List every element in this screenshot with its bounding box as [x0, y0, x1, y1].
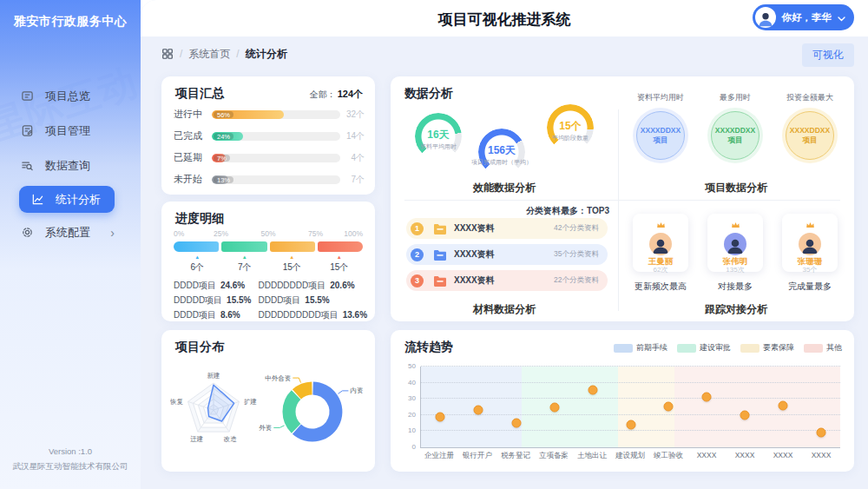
chevron-right-icon: ›	[110, 226, 125, 240]
circle-top-label: 资料平均用时	[628, 92, 694, 103]
summary-bar: 56%	[212, 110, 340, 119]
project-circle: 最多用时XXXXDDXX项目	[702, 92, 768, 160]
project-circles: 资料平均用时XXXXDDXX项目最多用时XXXXDDXX项目投资金额最大XXXX…	[623, 92, 847, 160]
progress-markers: ▲6个▲7个▲15个▲15个	[174, 254, 363, 274]
sidebar-item-3[interactable]: 统计分析	[19, 186, 115, 213]
manage-icon	[21, 124, 35, 138]
segment-count: 15个	[283, 261, 301, 274]
segment-count: 7个	[238, 261, 252, 274]
gauge-value: 16天	[402, 128, 475, 142]
summary-percent: 7%	[214, 155, 230, 162]
panel-project-summary: 项目汇总 全部：124个 进行中56%32个已完成24%14个已延期7%4个未开…	[161, 76, 375, 195]
company-text: 武汉星际互动智能技术有限公司	[0, 459, 141, 473]
person-label: 对接最多	[702, 281, 768, 293]
summary-percent: 13%	[214, 176, 233, 183]
sidebar-item-2[interactable]: 数据查询	[21, 151, 125, 181]
data-point	[664, 401, 674, 411]
progress-marker: ▲15个	[268, 254, 316, 274]
trend-legend: 前期手续建设审批要素保障其他	[614, 342, 842, 354]
ruler-tick: 50%	[260, 229, 275, 238]
sidebar-item-1[interactable]: 项目管理	[21, 116, 125, 146]
progress-ruler: 0%25%50%75%100%	[174, 229, 363, 239]
progress-segment	[270, 241, 315, 252]
panel-title: 进度明细	[175, 211, 224, 227]
progress-list-item: DDDD项目24.6%	[174, 278, 251, 293]
progress-list-item: DDDD项目8.6%	[174, 307, 251, 322]
top3-row[interactable]: 3XXXX资料22个分类资料	[406, 270, 608, 291]
breadcrumb-separator: /	[180, 48, 182, 60]
progress-list-item: DDDDDDDD项目20.6%	[258, 278, 367, 293]
progress-segment	[221, 241, 266, 252]
x-tick-label: XXXX	[687, 451, 726, 461]
data-point	[779, 400, 788, 410]
person-card: 张伟明135次对接最多	[702, 214, 768, 293]
progress-list-item: DDDDDDDDDD项目13.6%	[258, 307, 367, 322]
progress-segment	[174, 241, 219, 252]
gauge-label: 项目完成用时（平均）	[465, 158, 538, 167]
svg-text:外资: 外资	[259, 424, 272, 432]
phase-band	[674, 367, 840, 447]
data-point	[817, 428, 826, 438]
folder-icon	[433, 223, 447, 235]
caption-efficiency: 效能数据分析	[391, 181, 618, 195]
summary-row: 进行中56%32个	[174, 103, 365, 125]
svg-text:迁建: 迁建	[190, 435, 203, 443]
progress-segment	[318, 241, 363, 252]
summary-percent: 24%	[214, 133, 233, 140]
dashboard: 雅安市行政服务中心 星际互动 项目总览项目管理数据查询统计分析系统配置› Ver…	[0, 0, 868, 489]
breadcrumb-home[interactable]: 系统首页	[188, 47, 230, 62]
top3-label: 分类资料最多：TOP3	[391, 205, 609, 217]
x-tick-label: 企业注册	[420, 451, 458, 461]
rank-badge: 3	[411, 274, 424, 287]
top3-name: XXXX资料	[454, 248, 554, 261]
user-menu[interactable]: 你好，李华	[753, 4, 855, 30]
circle-top-label: 投资金额最大	[777, 92, 843, 103]
caption-project-data: 项目数据分析	[618, 181, 854, 195]
user-avatar	[755, 7, 776, 28]
panel-title: 项目分布	[175, 340, 224, 355]
summary-count: 7个	[340, 174, 365, 186]
person-name: 张珊珊	[782, 256, 838, 266]
sidebar-item-4[interactable]: 系统配置›	[21, 218, 125, 248]
sidebar-item-label: 项目管理	[45, 123, 90, 139]
summary-count: 4个	[340, 152, 365, 164]
data-point	[435, 412, 444, 421]
visualize-button[interactable]: 可视化	[802, 43, 854, 67]
overview-icon	[21, 89, 35, 103]
y-tick-label: 0	[398, 443, 416, 451]
person-card: 王曼丽62次更新频次最高	[628, 214, 694, 293]
panel-title: 流转趋势	[404, 340, 453, 355]
stats-icon	[31, 193, 45, 207]
sidebar-footer: Version :1.0 武汉星际互动智能技术有限公司	[0, 444, 141, 473]
gauge-label: 平均阶段数量	[534, 134, 607, 142]
sidebar-item-0[interactable]: 项目总览	[21, 82, 125, 111]
progress-segments	[174, 241, 363, 252]
breadcrumb-separator: /	[236, 48, 239, 60]
circle-top-label: 最多用时	[702, 92, 768, 103]
sidebar-item-label: 数据查询	[45, 158, 90, 174]
phase-band	[421, 367, 522, 447]
svg-text:内资: 内资	[350, 387, 363, 394]
person-card: 张珊珊35个完成量最多	[777, 214, 843, 293]
svg-text:恢复: 恢复	[170, 398, 184, 406]
version-text: Version :1.0	[0, 444, 141, 459]
panel-title: 数据分析	[404, 86, 453, 102]
home-grid-icon[interactable]	[161, 48, 174, 60]
legend-item: 要素保障	[740, 342, 794, 354]
avatar	[649, 233, 672, 255]
donut-chart: 内资外资中外合资	[259, 361, 366, 462]
crown-icon	[806, 216, 815, 231]
top3-row[interactable]: 2XXXX资料35个分类资料	[406, 244, 608, 265]
breadcrumb: / 系统首页 / 统计分析	[161, 43, 287, 64]
caption-material: 材料数据分析	[391, 302, 618, 317]
sidebar: 雅安市行政服务中心 星际互动 项目总览项目管理数据查询统计分析系统配置› Ver…	[0, 0, 141, 489]
settings-icon	[21, 226, 35, 240]
summary-bar: 24%	[212, 132, 340, 141]
sidebar-menu: 项目总览项目管理数据查询统计分析系统配置›	[0, 76, 141, 253]
progress-list-item: DDDD项目15.5%	[258, 293, 367, 307]
data-point	[511, 419, 521, 428]
segment-count: 6个	[190, 261, 204, 274]
summary-row: 已延期7%4个	[174, 147, 365, 169]
top3-row[interactable]: 1XXXX资料42个分类资料	[406, 218, 608, 239]
folder-icon	[433, 249, 447, 261]
